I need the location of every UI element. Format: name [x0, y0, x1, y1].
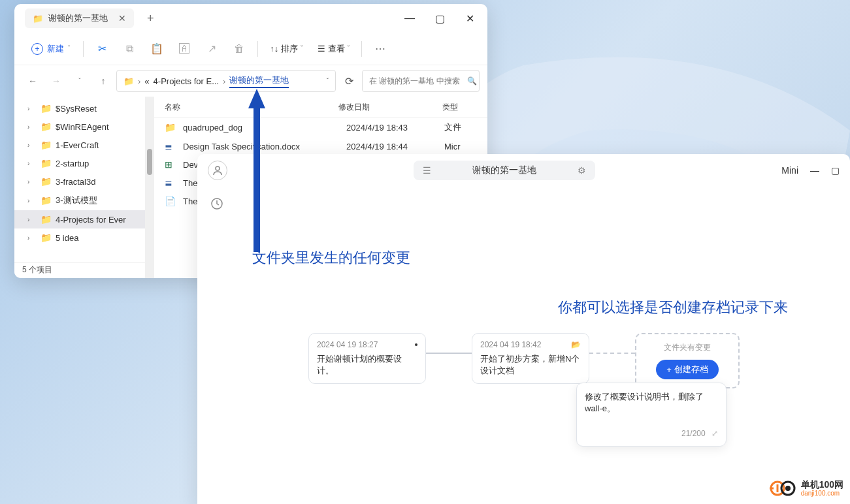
maximize-button[interactable]: ▢	[425, 8, 455, 29]
scrollbar-thumb[interactable]	[147, 149, 152, 175]
chevron-right-icon: ›	[27, 178, 29, 185]
minimize-button[interactable]: —	[395, 8, 425, 29]
sidebar-item[interactable]: ›📁5 idea	[14, 228, 145, 247]
new-item-button[interactable]: + 新建 ˇ	[25, 39, 76, 59]
folder-icon: 📁	[41, 176, 52, 187]
watermark: 单机100网 danji100.com	[770, 479, 843, 497]
breadcrumb-ellipsis[interactable]: «	[144, 76, 149, 86]
timeline-card[interactable]: 2024 04 19 18:42 📂 开始了初步方案，新增N个设计文档	[472, 333, 589, 384]
text-file-icon: 📄	[165, 196, 178, 206]
history-icon[interactable]	[210, 197, 223, 213]
list-icon: ☰	[423, 165, 431, 176]
folder-icon: 📁	[41, 158, 52, 168]
timeline-desc: 开始了初步方案，新增N个设计文档	[480, 353, 581, 377]
file-name: Design Task Specification.docx	[183, 142, 346, 151]
chevron-right-icon: ›	[27, 197, 29, 204]
create-button-label: 创建存档	[674, 364, 708, 375]
explorer-sidebar: ›📁$SysReset ›📁$WinREAgent ›📁1-EverCraft …	[14, 97, 145, 278]
plus-icon: +	[666, 365, 672, 375]
sidebar-item[interactable]: ›📁$WinREAgent	[14, 118, 145, 136]
sort-label: 排序	[281, 43, 298, 55]
folder-icon: 📁	[165, 122, 178, 133]
watermark-title: 单机100网	[801, 480, 843, 490]
explorer-tab[interactable]: 📁 谢顿的第一基地 ✕	[25, 8, 134, 28]
explorer-titlebar[interactable]: 📁 谢顿的第一基地 ✕ + — ▢ ✕	[14, 4, 487, 33]
sidebar-item-selected[interactable]: ›📁4-Projects for Ever	[14, 210, 145, 228]
file-row[interactable]: 📁quadruped_dog2024/4/19 18:43文件	[154, 118, 487, 137]
search-input[interactable]	[369, 76, 467, 86]
refresh-button[interactable]: ⟳	[338, 75, 359, 87]
create-archive-button[interactable]: + 创建存档	[656, 360, 719, 379]
chevron-right-icon: ›	[138, 76, 140, 86]
chevron-down-icon[interactable]: ˇ	[327, 78, 329, 85]
create-archive-label: 文件夹有变更	[644, 342, 730, 353]
maximize-button[interactable]: ▢	[831, 165, 840, 176]
sidebar-item-label: 3-fractal3d	[56, 177, 95, 187]
note-input-box[interactable]: 修改了概要设计说明书，删除了wall-e。 21/200 ⤢	[576, 383, 727, 447]
sidebar-item-label: 5 idea	[56, 233, 78, 243]
sidebar-item[interactable]: ›📁2-startup	[14, 154, 145, 172]
folder-open-icon[interactable]: 📂	[571, 340, 581, 349]
chevron-down-icon: ˇ	[348, 45, 350, 52]
timeline-date: 2024 04 19 18:27	[317, 340, 378, 349]
folder-icon: 📁	[41, 195, 52, 206]
file-name: quadruped_dog	[183, 123, 346, 133]
more-button[interactable]: ⋯	[368, 39, 392, 59]
search-icon[interactable]: 🔍	[467, 76, 477, 86]
note-counter: 21/200	[681, 429, 706, 438]
gear-icon[interactable]: ⚙	[578, 165, 586, 176]
svg-point-6	[785, 486, 791, 491]
sidebar-item[interactable]: ›📁1-EverCraft	[14, 136, 145, 154]
watermark-logo-icon	[770, 479, 797, 497]
delete-icon[interactable]: 🗑	[227, 37, 251, 61]
cut-icon[interactable]: ✂	[90, 37, 114, 61]
rename-icon[interactable]: 🄰	[172, 37, 196, 61]
app2-title-pill[interactable]: ☰ 谢顿的第一基地 ⚙	[414, 161, 595, 180]
sidebar-item[interactable]: ›📁3-fractal3d	[14, 172, 145, 191]
breadcrumb-current[interactable]: 谢顿的第一基地	[229, 74, 289, 88]
annotation-text-1: 文件夹里发生的任何变更	[252, 248, 410, 268]
folder-icon: 📁	[41, 103, 52, 114]
breadcrumb-parent[interactable]: 4-Projects for E...	[154, 76, 219, 86]
excel-icon: ⊞	[165, 159, 178, 170]
sidebar-item[interactable]: ›📁3-测试模型	[14, 191, 145, 210]
search-box[interactable]: 🔍	[362, 70, 480, 92]
sidebar-item[interactable]: ›📁$SysReset	[14, 99, 145, 118]
file-row[interactable]: ≣Design Task Specification.docx2024/4/19…	[154, 137, 487, 155]
column-headers[interactable]: 名称 修改日期 类型	[154, 97, 487, 118]
timeline-card[interactable]: 2024 04 19 18:27 开始谢顿计划的概要设计。	[308, 333, 426, 384]
close-button[interactable]: ✕	[455, 8, 485, 29]
word-doc-icon: ≣	[165, 141, 178, 151]
timeline-desc: 开始谢顿计划的概要设计。	[317, 353, 417, 377]
copy-icon[interactable]: ⧉	[118, 37, 141, 61]
minimize-button[interactable]: —	[810, 165, 819, 176]
nav-forward-button[interactable]: →	[46, 71, 67, 91]
folder-icon: 📁	[41, 214, 52, 225]
sidebar-item-label: 2-startup	[56, 159, 89, 168]
sort-button[interactable]: ↑↓ 排序 ˇ	[265, 39, 308, 59]
explorer-toolbar: + 新建 ˇ ✂ ⧉ 📋 🄰 ↗ 🗑 ↑↓ 排序 ˇ ☰ 查看 ˇ ⋯	[14, 33, 487, 65]
column-modified[interactable]: 修改日期	[338, 102, 442, 113]
mini-label[interactable]: Mini	[781, 165, 798, 176]
tab-title: 谢顿的第一基地	[48, 12, 108, 24]
sidebar-scrollbar[interactable]	[145, 97, 154, 278]
column-name[interactable]: 名称	[165, 102, 338, 113]
column-type[interactable]: 类型	[442, 102, 477, 113]
tab-close-icon[interactable]: ✕	[118, 13, 126, 24]
expand-icon[interactable]: ⤢	[711, 429, 718, 438]
new-label: 新建	[47, 43, 64, 55]
nav-up-button[interactable]: ↑	[93, 71, 114, 91]
view-icon: ☰	[318, 44, 325, 54]
view-button[interactable]: ☰ 查看 ˇ	[312, 39, 355, 59]
folder-icon: 📁	[123, 76, 134, 86]
nav-history-button[interactable]: ˇ	[69, 71, 90, 91]
chevron-right-icon: ›	[223, 76, 225, 86]
user-avatar-icon[interactable]	[208, 161, 227, 180]
share-icon[interactable]: ↗	[200, 37, 223, 61]
dot-icon	[415, 343, 417, 346]
nav-back-button[interactable]: ←	[22, 71, 43, 91]
breadcrumb[interactable]: 📁 › « 4-Projects for E... › 谢顿的第一基地 ˇ	[116, 70, 336, 92]
paste-icon[interactable]: 📋	[145, 37, 169, 61]
new-tab-button[interactable]: +	[142, 9, 159, 28]
note-text: 修改了概要设计说明书，删除了wall-e。	[585, 391, 718, 415]
